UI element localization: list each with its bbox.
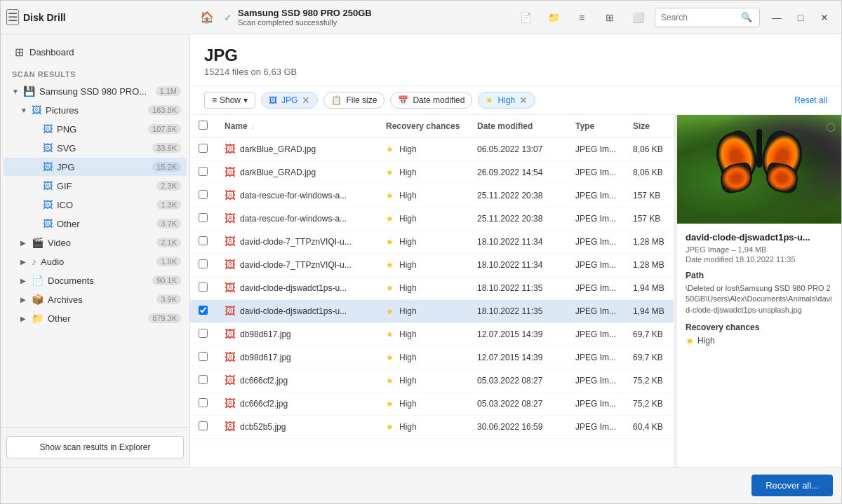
sidebar-item-samsung[interactable]: ▼ 💾 Samsung SSD 980 PRO... 1.1M bbox=[4, 82, 187, 100]
row-date-cell: 18.10.2022 11:34 bbox=[469, 231, 567, 254]
tree-label-gif: GIF bbox=[57, 181, 156, 191]
tree-label-other: Other bbox=[48, 313, 148, 324]
row-checkbox[interactable] bbox=[199, 421, 208, 430]
sidebar-item-ico[interactable]: 🖼 ICO 1.3K bbox=[4, 196, 187, 214]
show-filter-button[interactable]: ≡ Show ▾ bbox=[204, 92, 255, 109]
row-checkbox[interactable] bbox=[199, 167, 208, 176]
row-name-cell: 🖼 david-clode-djswadct1ps-u... bbox=[216, 300, 377, 323]
table-row[interactable]: 🖼 darkBlue_GRAD.jpg ★ High 06.05.2022 13… bbox=[190, 138, 674, 161]
sidebar-item-png[interactable]: 🖼 PNG 107.6K bbox=[4, 120, 187, 138]
filesize-label: File size bbox=[346, 95, 377, 105]
home-button[interactable]: 🏠 bbox=[196, 6, 218, 29]
list-view-button[interactable]: ≡ bbox=[570, 6, 593, 29]
recover-all-button[interactable]: Recover all... bbox=[751, 475, 833, 496]
table-row[interactable]: 🖼 dcb52b5.jpg ★ High 30.06.2022 16:59 JP… bbox=[190, 416, 674, 439]
preview-expand-button[interactable]: ⬡ bbox=[826, 121, 836, 134]
table-row[interactable]: 🖼 david-clode-7_TTPznVIQI-u... ★ High 18… bbox=[190, 254, 674, 277]
filter-tag-datemod[interactable]: 📅 Date modified bbox=[390, 92, 472, 109]
table-row[interactable]: 🖼 dc666cf2.jpg ★ High 05.03.2022 08:27 J… bbox=[190, 393, 674, 416]
row-checkbox[interactable] bbox=[199, 190, 208, 199]
jpg-close-icon[interactable]: ✕ bbox=[302, 95, 310, 105]
expand-icon-documents: ▶ bbox=[20, 277, 32, 285]
sidebar-item-dashboard[interactable]: ⊞ Dashboard bbox=[4, 40, 187, 64]
sidebar-item-documents[interactable]: ▶ 📄 Documents 90.1K bbox=[4, 271, 187, 290]
row-date-cell: 25.11.2022 20:38 bbox=[469, 184, 567, 207]
row-name-cell: 🖼 dcb52b5.jpg bbox=[216, 416, 377, 439]
folder-view-button[interactable]: 📁 bbox=[542, 6, 565, 29]
sidebar-item-gif[interactable]: 🖼 GIF 2.3K bbox=[4, 177, 187, 195]
recovery-value: High bbox=[399, 422, 417, 432]
sidebar-item-audio[interactable]: ▶ ♪ Audio 1.8K bbox=[4, 252, 187, 271]
sidebar-item-other_pic[interactable]: 🖼 Other 3.7K bbox=[4, 214, 187, 233]
table-row[interactable]: 🖼 david-clode-7_TTPznVIQI-u... ★ High 18… bbox=[190, 231, 674, 254]
header-size[interactable]: Size bbox=[624, 115, 674, 138]
file-list[interactable]: Name ↓ Recovery chances Date modified Ty… bbox=[190, 115, 674, 467]
row-recovery-cell: ★ High bbox=[377, 138, 469, 161]
row-checkbox[interactable] bbox=[199, 352, 208, 361]
header-recovery[interactable]: Recovery chances bbox=[377, 115, 469, 138]
grid-view-button[interactable]: ⊞ bbox=[599, 6, 621, 29]
header-type[interactable]: Type bbox=[567, 115, 624, 138]
sidebar-item-svg[interactable]: 🖼 SVG 33.6K bbox=[4, 139, 187, 157]
header-date[interactable]: Date modified bbox=[469, 115, 567, 138]
sidebar-item-archives[interactable]: ▶ 📦 Archives 3.9K bbox=[4, 290, 187, 308]
recovery-star-icon: ★ bbox=[386, 260, 394, 270]
file-name: darkBlue_GRAD.jpg bbox=[240, 168, 316, 177]
table-row[interactable]: 🖼 david-clode-djswadct1ps-u... ★ High 18… bbox=[190, 277, 674, 300]
sidebar-item-pictures[interactable]: ▼ 🖼 Pictures 163.8K bbox=[4, 101, 187, 119]
select-all-checkbox[interactable] bbox=[199, 121, 208, 130]
panel-view-button[interactable]: ⬜ bbox=[627, 6, 649, 29]
filter-tag-jpg[interactable]: 🖼 JPG ✕ bbox=[261, 92, 318, 109]
show-explorer-button[interactable]: Show scan results in Explorer bbox=[6, 436, 184, 458]
row-checkbox[interactable] bbox=[199, 236, 208, 245]
reset-all-button[interactable]: Reset all bbox=[794, 95, 827, 105]
minimize-button[interactable]: — bbox=[766, 6, 788, 29]
row-type-cell: JPEG Im... bbox=[567, 416, 624, 439]
file-view-button[interactable]: 📄 bbox=[514, 6, 537, 29]
row-checkbox-cell bbox=[190, 231, 216, 254]
row-checkbox[interactable] bbox=[199, 398, 208, 407]
sidebar-item-jpg[interactable]: 🖼 JPG 15.2K bbox=[4, 158, 187, 176]
hamburger-menu-button[interactable]: ☰ bbox=[6, 9, 19, 25]
expand-icon-samsung: ▼ bbox=[12, 88, 23, 95]
row-size-cell: 8,06 KB bbox=[624, 138, 674, 161]
table-row[interactable]: 🖼 db98d617.jpg ★ High 12.07.2015 14:39 J… bbox=[190, 346, 674, 369]
preview-date-modified: Date modified 18.10.2022 11:35 bbox=[686, 255, 833, 264]
file-name: dc666cf2.jpg bbox=[240, 376, 288, 386]
tree-count-archives: 3.9K bbox=[156, 294, 181, 304]
scan-complete-icon: ✓ bbox=[224, 12, 232, 23]
row-checkbox[interactable] bbox=[199, 282, 208, 292]
file-name: david-clode-djswadct1ps-u... bbox=[240, 283, 347, 293]
tree-label-samsung: Samsung SSD 980 PRO... bbox=[39, 86, 156, 97]
title-bar: ☰ Disk Drill 🏠 ✓ Samsung SSD 980 PRO 250… bbox=[1, 1, 841, 34]
maximize-button[interactable]: □ bbox=[789, 6, 812, 29]
table-row[interactable]: 🖼 data-rescue-for-windows-a... ★ High 25… bbox=[190, 207, 674, 231]
row-checkbox-cell bbox=[190, 300, 216, 323]
table-row[interactable]: 🖼 david-clode-djswadct1ps-u... ★ High 18… bbox=[190, 300, 674, 323]
tree-icon-video: 🎬 bbox=[32, 237, 44, 248]
row-checkbox[interactable] bbox=[199, 259, 208, 268]
row-checkbox[interactable] bbox=[199, 329, 208, 338]
row-name-cell: 🖼 db98d617.jpg bbox=[216, 346, 377, 369]
close-button[interactable]: ✕ bbox=[813, 6, 836, 29]
row-checkbox[interactable] bbox=[199, 375, 208, 384]
row-type-cell: JPEG Im... bbox=[567, 369, 624, 393]
recovery-value: High bbox=[399, 260, 417, 270]
table-row[interactable]: 🖼 dc666cf2.jpg ★ High 05.03.2022 08:27 J… bbox=[190, 369, 674, 393]
table-row[interactable]: 🖼 db98d617.jpg ★ High 12.07.2015 14:39 J… bbox=[190, 323, 674, 346]
header-name[interactable]: Name ↓ bbox=[216, 115, 377, 138]
recovery-star-icon: ★ bbox=[386, 353, 394, 362]
filter-tag-filesize[interactable]: 📋 File size bbox=[323, 92, 385, 109]
row-checkbox[interactable] bbox=[199, 213, 208, 222]
search-input[interactable] bbox=[661, 13, 738, 22]
filter-tag-high[interactable]: ★ High ✕ bbox=[478, 92, 535, 109]
row-recovery-cell: ★ High bbox=[377, 184, 469, 207]
row-checkbox[interactable] bbox=[199, 306, 208, 315]
table-row[interactable]: 🖼 data-rescue-for-windows-a... ★ High 25… bbox=[190, 184, 674, 207]
sidebar-item-other[interactable]: ▶ 📁 Other 879.3K bbox=[4, 309, 187, 327]
row-checkbox[interactable] bbox=[199, 144, 208, 153]
table-row[interactable]: 🖼 darkBlue_GRAD.jpg ★ High 26.09.2022 14… bbox=[190, 161, 674, 184]
row-name-cell: 🖼 data-rescue-for-windows-a... bbox=[216, 207, 377, 231]
high-close-icon[interactable]: ✕ bbox=[519, 95, 528, 105]
sidebar-item-video[interactable]: ▶ 🎬 Video 2.1K bbox=[4, 233, 187, 252]
